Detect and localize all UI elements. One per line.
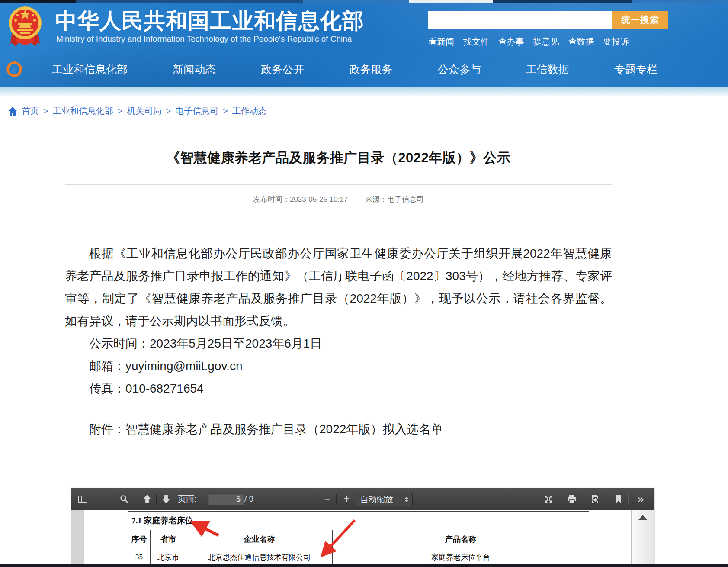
pdf-table: 7.1 家庭养老床位 序号 省市 企业名称 产品名称 35 北京市 北京思杰佳通… — [128, 511, 589, 566]
nav-item-data[interactable]: 工信数据 — [526, 62, 569, 77]
zoom-in-button[interactable]: + — [340, 493, 353, 505]
main-nav: e 工业和信息化部 新闻动态 政务公开 政务服务 公众参与 工信数据 专题专栏 — [0, 56, 728, 83]
page-root: 中华人民共和国工业和信息化部 Ministry of Industry and … — [0, 0, 728, 567]
col-header-product: 产品名称 — [333, 530, 589, 548]
zoom-mode-select[interactable]: 自动缩放 — [355, 493, 413, 506]
page-total-label: / 9 — [244, 488, 253, 510]
site-subtitle: Ministry of Industry and Information Tec… — [56, 34, 352, 44]
page-down-icon — [162, 495, 170, 503]
next-page-button[interactable] — [160, 493, 173, 505]
nav-item-miit[interactable]: 工业和信息化部 — [52, 62, 128, 77]
quick-link-services[interactable]: 查办事 — [498, 36, 524, 48]
toolbar-divider — [336, 494, 337, 504]
national-emblem — [7, 4, 43, 50]
zoom-out-button[interactable]: − — [321, 493, 334, 505]
pdf-scrollbar[interactable] — [631, 510, 654, 567]
miit-logo-icon: e — [5, 60, 23, 78]
nav-item-participation[interactable]: 公众参与 — [438, 62, 481, 77]
quick-link-data[interactable]: 查数据 — [568, 36, 594, 48]
quick-link-complaint[interactable]: 要投诉 — [603, 36, 629, 48]
title-divider — [65, 184, 612, 185]
breadcrumb-separator: > — [118, 106, 123, 116]
breadcrumb-separator: > — [166, 106, 171, 116]
article: 《智慧健康养老产品及服务推广目录（2022年版）》公示 发布时间：2023-05… — [65, 143, 612, 441]
bookmark-icon — [616, 495, 622, 503]
pdf-content-area: 7.1 家庭养老床位 序号 省市 企业名称 产品名称 35 北京市 北京思杰佳通… — [71, 510, 654, 567]
breadcrumb-home[interactable]: 首页 — [22, 105, 39, 117]
download-icon — [591, 495, 600, 503]
breadcrumb-separator: > — [43, 106, 48, 116]
breadcrumb-work-updates[interactable]: 工作动态 — [232, 105, 267, 117]
svg-text:e: e — [12, 62, 17, 76]
sidebar-toggle-button[interactable] — [77, 493, 89, 505]
top-edge-strip — [0, 0, 728, 3]
toolbar-more-button[interactable]: » — [633, 493, 648, 505]
quick-link-files[interactable]: 找文件 — [463, 36, 489, 48]
article-title: 《智慧健康养老产品及服务推广目录（2022年版）》公示 — [65, 143, 612, 167]
site-title: 中华人民共和国工业和信息化部 — [55, 6, 364, 35]
publish-time-value: 2023-05-25 10:17 — [290, 195, 348, 203]
source-label: 来源： — [365, 195, 387, 203]
breadcrumb-miit[interactable]: 工业和信息化部 — [53, 105, 113, 117]
page-number-label: 页面: — [178, 488, 196, 510]
breadcrumb: 首页 > 工业和信息化部 > 机关司局 > 电子信息司 > 工作动态 — [8, 105, 267, 117]
publish-time-label: 发布时间： — [253, 195, 290, 203]
paragraph: 根据《工业和信息化部办公厅民政部办公厅国家卫生健康委办公厅关于组织开展2022年… — [65, 242, 612, 332]
nav-item-news[interactable]: 新闻动态 — [173, 62, 216, 77]
previous-page-button[interactable] — [141, 493, 154, 505]
pdf-table-header-row: 序号 省市 企业名称 产品名称 — [128, 530, 589, 548]
bottom-edge-strip — [0, 564, 728, 567]
cell-company: 北京思杰佳通信息技术有限公司 — [186, 548, 333, 566]
nav-item-gov-open[interactable]: 政务公开 — [261, 62, 304, 77]
col-header-province: 省市 — [151, 530, 186, 548]
col-header-company: 企业名称 — [186, 530, 333, 548]
presentation-mode-icon — [544, 495, 553, 503]
source-value: 电子信息司 — [387, 195, 424, 203]
nav-item-topics[interactable]: 专题专栏 — [614, 62, 657, 77]
pdf-page: 7.1 家庭养老床位 序号 省市 企业名称 产品名称 35 北京市 北京思杰佳通… — [84, 510, 632, 567]
breadcrumb-separator: > — [223, 106, 228, 116]
breadcrumb-departments[interactable]: 机关司局 — [127, 105, 161, 117]
page-up-icon — [143, 495, 151, 503]
cell-product: 家庭养老床位平台 — [333, 548, 589, 566]
paragraph-email: 邮箱：yuyiming@miit.gov.cn — [65, 355, 612, 377]
search-box: 统一搜索 — [428, 11, 668, 29]
attachment-line: 附件：智慧健康养老产品及服务推广目录（2022年版）拟入选名单 — [65, 418, 612, 441]
col-header-index: 序号 — [128, 530, 151, 548]
cell-province: 北京市 — [151, 548, 186, 566]
quick-link-news[interactable]: 看新闻 — [428, 36, 454, 48]
home-icon[interactable] — [8, 107, 17, 116]
toolbar-divider — [628, 494, 629, 504]
download-button[interactable] — [589, 493, 602, 505]
cell-index: 35 — [128, 548, 151, 566]
toolbar-divider — [156, 494, 157, 504]
nav-item-gov-service[interactable]: 政务服务 — [349, 62, 392, 77]
article-meta: 发布时间：2023-05-25 10:17来源：电子信息司 — [65, 194, 612, 204]
paragraph-fax: 传真：010-68271654 — [65, 377, 612, 400]
breadcrumb-electronics-dept[interactable]: 电子信息司 — [175, 105, 218, 117]
search-icon — [120, 495, 128, 503]
pdf-viewer: 页面: / 9 − + 自动缩放 — [71, 488, 654, 567]
page-number-input[interactable] — [208, 493, 244, 505]
print-icon — [567, 495, 577, 503]
find-button[interactable] — [118, 493, 130, 505]
sidebar-toggle-icon — [78, 496, 87, 503]
quick-link-suggest[interactable]: 提意见 — [533, 36, 559, 48]
pdf-table-section-title: 7.1 家庭养老床位 — [128, 512, 589, 530]
site-header: 中华人民共和国工业和信息化部 Ministry of Industry and … — [0, 3, 728, 96]
quick-links: 看新闻 找文件 查办事 提意见 查数据 要投诉 — [428, 36, 629, 48]
print-button[interactable] — [565, 493, 578, 505]
search-input[interactable] — [428, 11, 612, 29]
zoom-mode-value: 自动缩放 — [360, 494, 404, 505]
pdf-table-row: 35 北京市 北京思杰佳通信息技术有限公司 家庭养老床位平台 — [128, 548, 589, 566]
bookmark-button[interactable] — [613, 493, 624, 505]
unified-search-button[interactable]: 统一搜索 — [612, 11, 668, 29]
select-spinner-icon — [404, 497, 409, 502]
paragraph-public-period: 公示时间：2023年5月25日至2023年6月1日 — [65, 332, 612, 355]
scroll-up-icon[interactable] — [638, 515, 647, 520]
presentation-mode-button[interactable] — [542, 493, 555, 505]
pdf-toolbar: 页面: / 9 − + 自动缩放 — [71, 488, 654, 510]
article-body: 根据《工业和信息化部办公厅民政部办公厅国家卫生健康委办公厅关于组织开展2022年… — [65, 242, 612, 441]
